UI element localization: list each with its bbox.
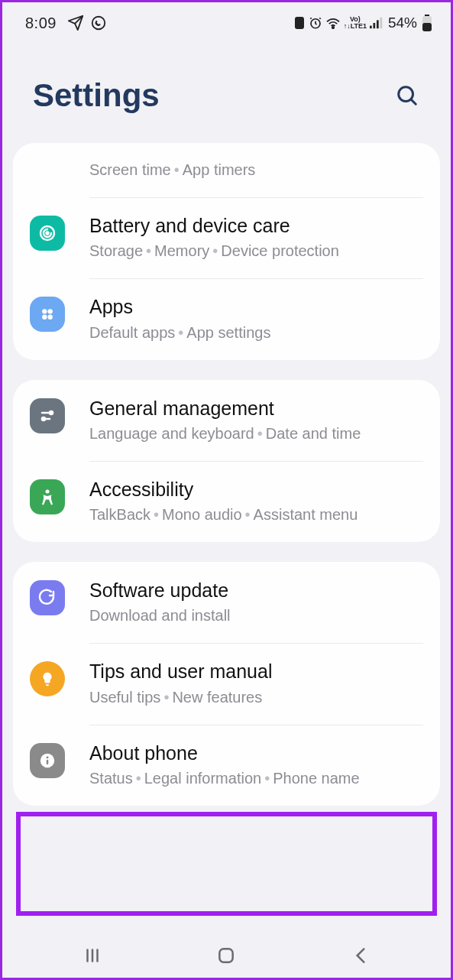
settings-item-tips[interactable]: Tips and user manual Useful tips•New fea… bbox=[13, 643, 440, 724]
settings-item-apps[interactable]: Apps Default apps•App settings bbox=[13, 278, 440, 359]
item-sub: Download and install bbox=[89, 605, 426, 626]
svg-rect-6 bbox=[377, 20, 379, 28]
settings-item-digital-wellbeing[interactable]: Screen time•App timers bbox=[13, 143, 440, 197]
svg-rect-7 bbox=[380, 18, 382, 28]
svg-rect-23 bbox=[47, 759, 49, 764]
item-sub: TalkBack•Mono audio•Assistant menu bbox=[89, 505, 426, 525]
header: Settings bbox=[2, 44, 451, 144]
notif-icon bbox=[293, 16, 306, 30]
settings-item-battery[interactable]: Battery and device care Storage•Memory•D… bbox=[13, 197, 440, 278]
item-sub: Status•Legal information•Phone name bbox=[89, 768, 426, 789]
settings-item-software-update[interactable]: Software update Download and install bbox=[13, 562, 440, 643]
telegram-icon bbox=[67, 15, 84, 31]
nav-back[interactable] bbox=[330, 946, 391, 965]
clock: 8:09 bbox=[25, 15, 57, 32]
item-title: Battery and device care bbox=[89, 214, 426, 238]
settings-card-2: General management Language and keyboard… bbox=[13, 380, 440, 543]
status-bar: 8:09 Vo) ↑↓LTE1 54% bbox=[2, 2, 451, 44]
item-sub: Default apps•App settings bbox=[89, 323, 426, 343]
wifi-icon bbox=[325, 17, 341, 29]
svg-point-18 bbox=[50, 411, 53, 414]
apps-icon bbox=[30, 297, 65, 332]
item-title: Accessibility bbox=[89, 478, 426, 501]
highlight-about-phone bbox=[16, 812, 437, 916]
settings-card-3: Software update Download and install Tip… bbox=[13, 562, 440, 806]
navigation-bar bbox=[2, 933, 451, 978]
svg-point-19 bbox=[42, 417, 45, 420]
battery-care-icon bbox=[30, 216, 65, 251]
item-sub: Language and keyboard•Date and time bbox=[89, 423, 426, 444]
item-title: Apps bbox=[89, 295, 426, 319]
svg-rect-8 bbox=[425, 15, 429, 16]
alarm-icon bbox=[309, 16, 322, 30]
about-phone-icon bbox=[30, 743, 65, 778]
item-title: Tips and user manual bbox=[89, 660, 426, 683]
svg-point-16 bbox=[42, 315, 47, 320]
signal-icon bbox=[370, 17, 383, 29]
svg-point-22 bbox=[47, 756, 49, 758]
page-title: Settings bbox=[33, 77, 160, 114]
tips-icon bbox=[30, 661, 65, 696]
svg-point-15 bbox=[47, 309, 52, 313]
settings-item-accessibility[interactable]: Accessibility TalkBack•Mono audio•Assist… bbox=[13, 461, 440, 542]
svg-point-0 bbox=[92, 17, 105, 30]
svg-rect-4 bbox=[370, 26, 372, 29]
search-button[interactable] bbox=[390, 79, 424, 112]
battery-icon bbox=[422, 15, 432, 31]
svg-point-13 bbox=[47, 232, 49, 235]
svg-point-14 bbox=[42, 309, 47, 313]
general-management-icon bbox=[30, 398, 65, 433]
item-sub: Useful tips•New features bbox=[89, 687, 426, 708]
settings-item-general-management[interactable]: General management Language and keyboard… bbox=[13, 380, 440, 461]
item-title: General management bbox=[89, 397, 426, 420]
whatsapp-icon bbox=[90, 15, 107, 31]
lte-indicator: Vo) ↑↓LTE1 bbox=[344, 16, 367, 30]
svg-rect-5 bbox=[373, 23, 375, 28]
accessibility-icon bbox=[30, 479, 65, 514]
svg-rect-1 bbox=[295, 17, 304, 29]
item-sub: Storage•Memory•Device protection bbox=[89, 241, 426, 261]
item-title: About phone bbox=[89, 741, 426, 765]
svg-point-20 bbox=[46, 489, 50, 493]
svg-rect-24 bbox=[220, 949, 233, 962]
svg-rect-10 bbox=[422, 23, 432, 31]
software-update-icon bbox=[30, 580, 65, 615]
item-title: Software update bbox=[89, 579, 426, 602]
svg-point-17 bbox=[47, 315, 52, 320]
svg-point-3 bbox=[332, 27, 333, 28]
item-sub: Screen time•App timers bbox=[89, 160, 426, 180]
battery-percent: 54% bbox=[388, 15, 417, 31]
nav-home[interactable] bbox=[196, 946, 257, 965]
settings-item-about-phone[interactable]: About phone Status•Legal information•Pho… bbox=[13, 725, 440, 806]
nav-recents[interactable] bbox=[62, 946, 123, 965]
settings-card-1: Screen time•App timers Battery and devic… bbox=[13, 143, 440, 360]
